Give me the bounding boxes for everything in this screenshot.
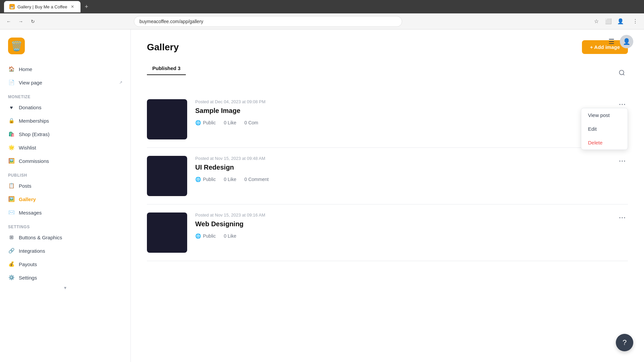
gallery-stats-2: 🌐 Public 0 Like: [195, 233, 609, 239]
gallery-title-1: UI Redesign: [195, 164, 609, 171]
shop-icon: 🛍️: [8, 131, 15, 137]
address-bar[interactable]: buymeacoffee.com/app/gallery: [134, 16, 402, 27]
sidebar-item-commissions-label: Commissions: [19, 158, 49, 164]
dropdown-menu: View post Edit Delete: [581, 108, 628, 150]
browser-chrome: ☕ Gallery | Buy Me a Coffee ✕ +: [0, 0, 644, 13]
comments-0: 0 Com: [245, 120, 258, 125]
page-header: Gallery + Add image: [147, 40, 628, 54]
gallery-item-1: Posted at Nov 15, 2023 at 09:48 AM UI Re…: [147, 148, 628, 204]
hamburger-menu-icon[interactable]: ☰: [608, 38, 614, 46]
likes-1: 0 Like: [224, 177, 236, 182]
gallery-stats-0: 🌐 Public 0 Like 0 Com: [195, 120, 609, 125]
view-page-icon: 📄: [8, 79, 15, 86]
extension-icon[interactable]: ⬜: [604, 17, 613, 26]
nav-back-button[interactable]: ←: [4, 17, 13, 26]
payouts-icon: 💰: [8, 261, 15, 267]
more-options-button-1[interactable]: ···: [617, 156, 628, 167]
gallery-thumb-1: [147, 156, 187, 196]
toolbar-actions: ☆ ⬜ 👤 ⋮: [592, 17, 640, 26]
globe-icon-2: 🌐: [195, 233, 201, 239]
sidebar-item-messages[interactable]: ✉️ Messages: [0, 206, 130, 219]
dropdown-view-post[interactable]: View post: [581, 108, 628, 122]
sidebar-item-payouts[interactable]: 💰 Payouts: [0, 257, 130, 271]
gallery-thumb-0: [147, 99, 187, 139]
sidebar-item-messages-label: Messages: [19, 210, 42, 216]
sidebar-item-view-page[interactable]: 📄 View page ↗: [0, 76, 130, 89]
sidebar-item-buttons-graphics[interactable]: ⊞ Buttons & Graphics: [0, 231, 130, 244]
donations-icon: ♥: [8, 104, 15, 111]
app-header: ☰ 👤: [598, 29, 644, 54]
sidebar-item-posts[interactable]: 📋 Posts: [0, 179, 130, 192]
address-text: buymeacoffee.com/app/gallery: [140, 19, 203, 24]
sidebar-item-integrations[interactable]: 🔗 Integrations: [0, 244, 130, 257]
gallery-item-wrapper-0: Posted at Dec 04, 2023 at 09:08 PM Sampl…: [147, 91, 628, 148]
settings-icon: ⚙️: [8, 274, 15, 281]
wishlist-icon: 🌟: [8, 144, 15, 151]
more-options-icon[interactable]: ⋮: [631, 17, 640, 26]
sidebar-item-commissions[interactable]: 🖼️ Commissions: [0, 154, 130, 168]
sidebar-item-wishlist-label: Wishlist: [19, 145, 36, 150]
more-options-button-2[interactable]: ···: [617, 213, 628, 223]
gallery-stats-1: 🌐 Public 0 Like 0 Comment: [195, 177, 609, 182]
sidebar-item-gallery[interactable]: 🖼️ Gallery: [0, 192, 130, 206]
nav-reload-button[interactable]: ↻: [28, 17, 38, 26]
profile-icon[interactable]: 👤: [616, 17, 625, 26]
visibility-1: 🌐 Public: [195, 177, 216, 182]
gallery-item-0: Posted at Dec 04, 2023 at 09:08 PM Sampl…: [147, 91, 628, 148]
main-content: ☰ 👤 Gallery + Add image Published 3: [131, 29, 644, 362]
bookmark-icon[interactable]: ☆: [592, 17, 601, 26]
gallery-meta-2: Posted at Nov 15, 2023 at 09:16 AM: [195, 213, 609, 218]
tab-title: Gallery | Buy Me a Coffee: [17, 4, 67, 9]
page-title: Gallery: [147, 42, 179, 53]
visibility-0: 🌐 Public: [195, 120, 216, 125]
svg-point-0: [620, 70, 624, 74]
sidebar-scroll-down[interactable]: ▼: [0, 284, 130, 292]
dropdown-edit[interactable]: Edit: [581, 122, 628, 136]
sidebar-item-settings-label: Settings: [19, 275, 37, 281]
sidebar-item-settings[interactable]: ⚙️ Settings: [0, 271, 130, 284]
tab-published[interactable]: Published 3: [147, 62, 186, 75]
sidebar-item-home-label: Home: [19, 66, 32, 72]
sidebar-item-wishlist[interactable]: 🌟 Wishlist: [0, 141, 130, 154]
sidebar-item-buttons-graphics-label: Buttons & Graphics: [19, 235, 62, 240]
visibility-2: 🌐 Public: [195, 233, 216, 239]
sidebar-item-gallery-label: Gallery: [19, 196, 36, 202]
likes-0: 0 Like: [224, 120, 236, 125]
sidebar-item-home[interactable]: 🏠 Home: [0, 62, 130, 76]
sidebar-item-donations-label: Donations: [19, 105, 42, 110]
logo-icon: 🗑️: [8, 38, 25, 54]
browser-tab[interactable]: ☕ Gallery | Buy Me a Coffee ✕: [4, 1, 80, 12]
publish-section-label: PUBLISH: [0, 168, 130, 179]
comments-1: 0 Comment: [245, 177, 269, 182]
gallery-info-0: Posted at Dec 04, 2023 at 09:08 PM Sampl…: [195, 99, 609, 125]
sidebar-item-shop[interactable]: 🛍️ Shop (Extras): [0, 127, 130, 141]
gallery-info-2: Posted at Nov 15, 2023 at 09:16 AM Web D…: [195, 213, 609, 239]
posts-icon: 📋: [8, 182, 15, 189]
sidebar-item-posts-label: Posts: [19, 183, 32, 189]
sidebar-item-donations[interactable]: ♥ Donations: [0, 101, 130, 114]
user-avatar[interactable]: 👤: [620, 35, 633, 48]
sidebar-item-memberships[interactable]: 🔒 Memberships: [0, 114, 130, 127]
sidebar-item-shop-label: Shop (Extras): [19, 131, 50, 137]
dropdown-delete[interactable]: Delete: [581, 136, 628, 149]
gallery-meta-1: Posted at Nov 15, 2023 at 09:48 AM: [195, 156, 609, 161]
globe-icon-1: 🌐: [195, 177, 201, 182]
tab-bar: Published 3: [147, 62, 628, 83]
integrations-icon: 🔗: [8, 247, 15, 254]
tabs: Published 3: [147, 62, 186, 75]
help-button[interactable]: ?: [616, 334, 633, 351]
search-button[interactable]: [616, 67, 628, 79]
sidebar-item-payouts-label: Payouts: [19, 261, 37, 267]
settings-section-label: SETTINGS: [0, 219, 130, 231]
gallery-title-2: Web Designing: [195, 220, 609, 228]
gallery-title-0: Sample Image: [195, 107, 609, 115]
gallery-icon: 🖼️: [8, 196, 15, 202]
tab-close-icon[interactable]: ✕: [70, 4, 75, 9]
sidebar-item-integrations-label: Integrations: [19, 248, 45, 254]
new-tab-button[interactable]: +: [85, 3, 88, 10]
nav-forward-button[interactable]: →: [16, 17, 25, 26]
globe-icon-0: 🌐: [195, 120, 201, 125]
visibility-label-2: Public: [203, 233, 216, 239]
visibility-label-1: Public: [203, 177, 216, 182]
external-link-icon: ↗: [119, 80, 122, 85]
